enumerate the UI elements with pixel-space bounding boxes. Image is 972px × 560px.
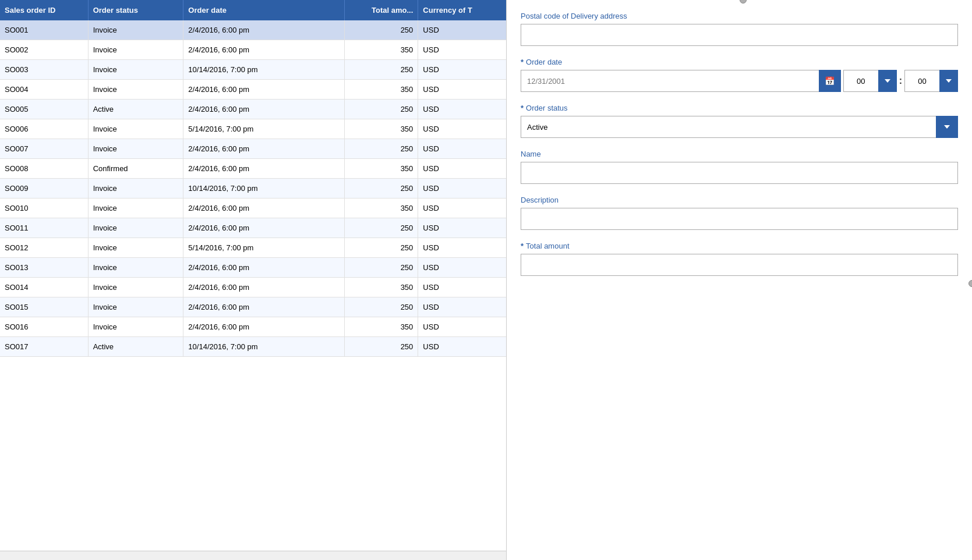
table-cell: SO007: [0, 139, 88, 159]
order-status-dropdown-button[interactable]: [936, 116, 958, 138]
calendar-icon: 📅: [825, 76, 835, 86]
name-label: Name: [521, 150, 958, 158]
table-cell: USD: [418, 139, 506, 159]
table-cell: USD: [418, 337, 506, 357]
table-cell: 2/4/2016, 6:00 pm: [183, 199, 345, 218]
description-input[interactable]: [521, 208, 958, 230]
table-row[interactable]: SO013Invoice2/4/2016, 6:00 pm250USD: [0, 258, 506, 278]
table-cell: USD: [418, 20, 506, 40]
minute-input[interactable]: [904, 70, 939, 92]
postal-code-input[interactable]: [521, 24, 958, 46]
table-wrapper[interactable]: Sales order ID Order status Order date T…: [0, 0, 506, 551]
table-cell: 350: [345, 40, 418, 60]
table-cell: 250: [345, 238, 418, 258]
table-row[interactable]: SO016Invoice2/4/2016, 6:00 pm350USD: [0, 317, 506, 337]
chevron-down-icon: [885, 79, 890, 83]
table-cell: Active: [88, 337, 183, 357]
postal-code-label: Postal code of Delivery address: [521, 12, 958, 20]
table-cell: 250: [345, 100, 418, 119]
table-cell: 2/4/2016, 6:00 pm: [183, 40, 345, 60]
table-cell: Confirmed: [88, 159, 183, 179]
name-section: Name: [521, 150, 958, 184]
col-header-currency[interactable]: Currency of T: [418, 0, 506, 20]
table-row[interactable]: SO012Invoice5/14/2016, 7:00 pm250USD: [0, 238, 506, 258]
table-cell: 350: [345, 199, 418, 218]
table-cell: 5/14/2016, 7:00 pm: [183, 238, 345, 258]
table-cell: SO009: [0, 179, 88, 199]
total-amount-input[interactable]: [521, 254, 958, 276]
table-header-row: Sales order ID Order status Order date T…: [0, 0, 506, 20]
table-cell: USD: [418, 218, 506, 238]
table-cell: USD: [418, 297, 506, 317]
table-cell: 2/4/2016, 6:00 pm: [183, 20, 345, 40]
table-cell: Invoice: [88, 278, 183, 297]
table-cell: USD: [418, 317, 506, 337]
table-cell: USD: [418, 60, 506, 80]
table-cell: 350: [345, 317, 418, 337]
table-cell: USD: [418, 199, 506, 218]
table-cell: 350: [345, 278, 418, 297]
table-row[interactable]: SO017Active10/14/2016, 7:00 pm250USD: [0, 337, 506, 357]
chevron-down-icon-2: [946, 79, 952, 83]
table-cell: Invoice: [88, 80, 183, 100]
col-header-date[interactable]: Order date: [183, 0, 345, 20]
col-header-status[interactable]: Order status: [88, 0, 183, 20]
table-cell: 350: [345, 119, 418, 139]
table-cell: 2/4/2016, 6:00 pm: [183, 297, 345, 317]
table-cell: 10/14/2016, 7:00 pm: [183, 60, 345, 80]
table-row[interactable]: SO003Invoice10/14/2016, 7:00 pm250USD: [0, 60, 506, 80]
table-row[interactable]: SO002Invoice2/4/2016, 6:00 pm350USD: [0, 40, 506, 60]
order-status-wrapper: [521, 116, 958, 138]
order-status-section: * Order status: [521, 104, 958, 138]
table-cell: Invoice: [88, 40, 183, 60]
table-row[interactable]: SO011Invoice2/4/2016, 6:00 pm250USD: [0, 218, 506, 238]
table-cell: 10/14/2016, 7:00 pm: [183, 179, 345, 199]
hour-dropdown-button[interactable]: [878, 70, 897, 92]
name-input[interactable]: [521, 162, 958, 184]
table-cell: 250: [345, 258, 418, 278]
table-row[interactable]: SO015Invoice2/4/2016, 6:00 pm250USD: [0, 297, 506, 317]
table-row[interactable]: SO007Invoice2/4/2016, 6:00 pm250USD: [0, 139, 506, 159]
table-row[interactable]: SO005Active2/4/2016, 6:00 pm250USD: [0, 100, 506, 119]
minute-dropdown-button[interactable]: [939, 70, 958, 92]
time-colon: :: [897, 76, 904, 86]
description-label: Description: [521, 196, 958, 204]
table-horizontal-scrollbar[interactable]: [0, 551, 506, 560]
table-row[interactable]: SO008Confirmed2/4/2016, 6:00 pm350USD: [0, 159, 506, 179]
table-cell: SO005: [0, 100, 88, 119]
order-status-input[interactable]: [521, 116, 936, 138]
table-cell: USD: [418, 100, 506, 119]
resize-handle-mid-right[interactable]: [969, 280, 972, 287]
postal-code-section: Postal code of Delivery address: [521, 12, 958, 46]
table-cell: SO013: [0, 258, 88, 278]
table-cell: 5/14/2016, 7:00 pm: [183, 119, 345, 139]
table-row[interactable]: SO014Invoice2/4/2016, 6:00 pm350USD: [0, 278, 506, 297]
resize-handle-top-center[interactable]: [740, 0, 747, 3]
col-header-id[interactable]: Sales order ID: [0, 0, 88, 20]
table-row[interactable]: SO006Invoice5/14/2016, 7:00 pm350USD: [0, 119, 506, 139]
total-amount-section: * Total amount: [521, 242, 958, 276]
table-row[interactable]: SO009Invoice10/14/2016, 7:00 pm250USD: [0, 179, 506, 199]
table-panel: Sales order ID Order status Order date T…: [0, 0, 507, 560]
table-row[interactable]: SO001Invoice2/4/2016, 6:00 pm250USD: [0, 20, 506, 40]
table-cell: USD: [418, 159, 506, 179]
table-cell: Invoice: [88, 60, 183, 80]
table-cell: SO016: [0, 317, 88, 337]
hour-input[interactable]: [843, 70, 878, 92]
sales-order-table: Sales order ID Order status Order date T…: [0, 0, 506, 357]
table-row[interactable]: SO004Invoice2/4/2016, 6:00 pm350USD: [0, 80, 506, 100]
order-date-input[interactable]: [521, 70, 819, 92]
table-cell: Active: [88, 100, 183, 119]
table-cell: USD: [418, 80, 506, 100]
table-row[interactable]: SO010Invoice2/4/2016, 6:00 pm350USD: [0, 199, 506, 218]
table-cell: 2/4/2016, 6:00 pm: [183, 317, 345, 337]
col-header-amount[interactable]: Total amo...: [345, 0, 418, 20]
table-cell: 250: [345, 218, 418, 238]
table-cell: SO001: [0, 20, 88, 40]
calendar-button[interactable]: 📅: [819, 70, 841, 92]
table-cell: SO003: [0, 60, 88, 80]
order-date-row: 📅 :: [521, 70, 958, 92]
form-panel: Postal code of Delivery address * Order …: [507, 0, 972, 560]
table-cell: Invoice: [88, 218, 183, 238]
table-cell: 250: [345, 139, 418, 159]
